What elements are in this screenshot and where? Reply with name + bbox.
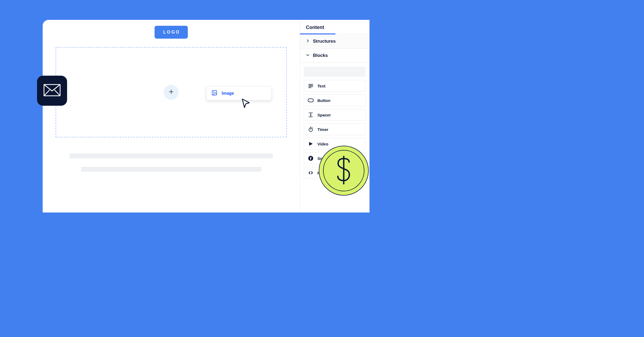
svg-rect-3 <box>309 85 313 86</box>
svg-point-15 <box>213 91 214 93</box>
logo-label: LOGO <box>163 30 180 34</box>
timer-icon <box>308 126 314 132</box>
html-icon <box>308 170 314 176</box>
button-icon <box>308 97 314 103</box>
svg-line-12 <box>312 127 313 128</box>
video-icon <box>308 141 314 147</box>
section-blocks[interactable]: Blocks <box>300 49 369 63</box>
add-block-button[interactable] <box>164 85 179 100</box>
section-blocks-label: Blocks <box>313 53 328 58</box>
section-structures-label: Structures <box>313 39 336 44</box>
email-badge <box>37 76 67 106</box>
plus-icon <box>168 89 174 96</box>
chevron-right-icon <box>306 39 310 44</box>
dollar-icon <box>334 155 353 186</box>
section-structures[interactable]: Structures <box>300 34 369 49</box>
svg-rect-8 <box>309 117 313 117</box>
block-search-input[interactable] <box>304 67 366 77</box>
block-item-label: Spacer <box>317 113 331 117</box>
block-item-label: Button <box>317 98 330 103</box>
svg-point-9 <box>309 128 312 131</box>
block-item-label: Timer <box>317 127 328 132</box>
block-item-label: Text <box>317 84 325 88</box>
svg-rect-2 <box>309 84 313 85</box>
chevron-down-icon <box>306 53 310 58</box>
svg-rect-7 <box>309 113 313 113</box>
image-icon <box>211 90 217 97</box>
text-placeholder-group <box>56 153 287 172</box>
svg-rect-4 <box>309 86 313 87</box>
dollar-coin <box>319 146 369 196</box>
svg-rect-6 <box>308 99 313 102</box>
block-item-label: Video <box>317 142 328 146</box>
tab-content-label: Content <box>306 25 324 30</box>
social-icon <box>308 155 314 161</box>
block-item-timer[interactable]: Timer <box>304 123 366 135</box>
block-item-text[interactable]: Text <box>304 80 366 92</box>
text-placeholder-line <box>69 153 273 158</box>
sidebar-tabs: Content <box>300 20 369 34</box>
text-icon <box>308 83 314 89</box>
svg-rect-14 <box>212 91 217 95</box>
block-item-button[interactable]: Button <box>304 94 366 106</box>
dragged-block-label: Image <box>222 91 234 96</box>
envelope-icon <box>43 84 61 97</box>
spacer-icon <box>308 112 314 118</box>
block-item-spacer[interactable]: Spacer <box>304 109 366 121</box>
text-placeholder-line <box>81 167 261 172</box>
tab-content[interactable]: Content <box>300 20 335 34</box>
cursor-icon <box>241 98 251 110</box>
logo-placeholder[interactable]: LOGO <box>155 26 188 39</box>
svg-rect-5 <box>309 87 311 88</box>
dragged-block-image[interactable]: Image <box>206 86 272 100</box>
canvas-area: LOGO <box>43 20 300 213</box>
